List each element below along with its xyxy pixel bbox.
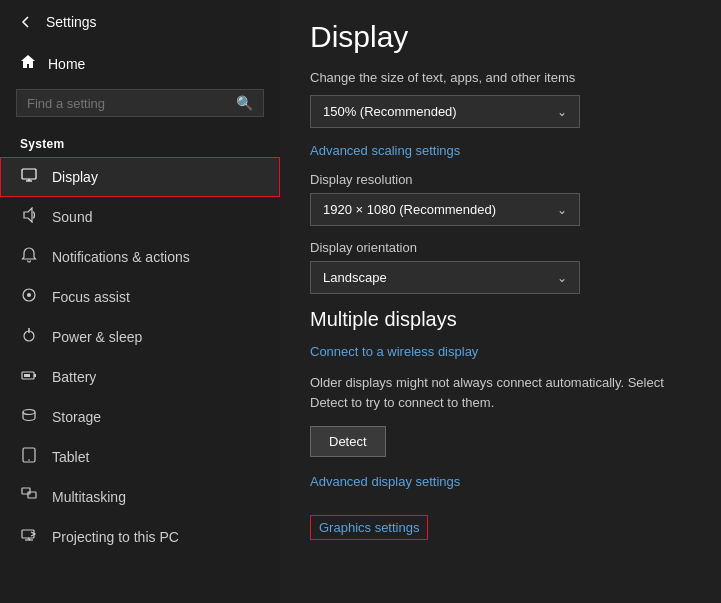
sidebar-item-multitasking-label: Multitasking [52, 489, 126, 505]
sidebar-item-projecting[interactable]: Projecting to this PC [0, 517, 280, 557]
sidebar-item-power[interactable]: Power & sleep [0, 317, 280, 357]
svg-point-5 [27, 293, 31, 297]
svg-point-13 [28, 459, 30, 461]
notifications-icon [20, 247, 38, 267]
sidebar-item-display-label: Display [52, 169, 98, 185]
svg-point-11 [23, 410, 35, 415]
tablet-icon [20, 447, 38, 467]
sidebar-item-storage[interactable]: Storage [0, 397, 280, 437]
chevron-down-icon-2: ⌄ [557, 203, 567, 217]
graphics-settings-link[interactable]: Graphics settings [310, 515, 428, 540]
focus-icon [20, 287, 38, 307]
sidebar-item-storage-label: Storage [52, 409, 101, 425]
sidebar-item-power-label: Power & sleep [52, 329, 142, 345]
main-content: Display Change the size of text, apps, a… [280, 0, 721, 603]
connect-wireless-link[interactable]: Connect to a wireless display [310, 344, 478, 359]
power-icon [20, 327, 38, 347]
orientation-dropdown-value: Landscape [323, 270, 387, 285]
system-section-label: System [0, 131, 280, 157]
scale-dropdown[interactable]: 150% (Recommended) ⌄ [310, 95, 580, 128]
advanced-scaling-link[interactable]: Advanced scaling settings [310, 143, 460, 158]
sound-icon [20, 207, 38, 227]
scale-dropdown-wrapper: 150% (Recommended) ⌄ [310, 95, 691, 128]
storage-icon [20, 407, 38, 427]
chevron-down-icon: ⌄ [557, 105, 567, 119]
orientation-label: Display orientation [310, 240, 691, 255]
search-box[interactable]: 🔍 [16, 89, 264, 117]
sidebar-header: Settings [0, 0, 280, 44]
sidebar: Settings Home 🔍 System Display Sound Not… [0, 0, 280, 603]
svg-marker-3 [24, 208, 32, 222]
resolution-dropdown[interactable]: 1920 × 1080 (Recommended) ⌄ [310, 193, 580, 226]
resolution-label: Display resolution [310, 172, 691, 187]
svg-rect-15 [28, 492, 36, 498]
svg-rect-14 [22, 488, 30, 494]
resolution-dropdown-value: 1920 × 1080 (Recommended) [323, 202, 496, 217]
sidebar-item-notifications-label: Notifications & actions [52, 249, 190, 265]
projecting-icon [20, 527, 38, 547]
multiple-displays-heading: Multiple displays [310, 308, 691, 331]
older-displays-text: Older displays might not always connect … [310, 373, 691, 412]
battery-icon [20, 367, 38, 387]
sidebar-item-battery-label: Battery [52, 369, 96, 385]
sidebar-item-multitasking[interactable]: Multitasking [0, 477, 280, 517]
sidebar-item-notifications[interactable]: Notifications & actions [0, 237, 280, 277]
page-title: Display [310, 20, 691, 54]
scale-dropdown-value: 150% (Recommended) [323, 104, 457, 119]
sidebar-item-sound[interactable]: Sound [0, 197, 280, 237]
detect-button[interactable]: Detect [310, 426, 386, 457]
sidebar-item-tablet[interactable]: Tablet [0, 437, 280, 477]
home-label: Home [48, 56, 85, 72]
sidebar-item-focus-label: Focus assist [52, 289, 130, 305]
advanced-display-link[interactable]: Advanced display settings [310, 474, 460, 489]
sidebar-item-tablet-label: Tablet [52, 449, 89, 465]
multitasking-icon [20, 487, 38, 507]
search-icon: 🔍 [236, 95, 253, 111]
svg-rect-10 [24, 374, 30, 377]
svg-rect-9 [34, 374, 36, 377]
sidebar-item-battery[interactable]: Battery [0, 357, 280, 397]
sidebar-item-display[interactable]: Display [0, 157, 280, 197]
back-button[interactable] [16, 12, 36, 32]
orientation-dropdown-wrapper: Display orientation Landscape ⌄ [310, 240, 691, 294]
sidebar-item-home[interactable]: Home [0, 44, 280, 83]
orientation-dropdown[interactable]: Landscape ⌄ [310, 261, 580, 294]
chevron-down-icon-3: ⌄ [557, 271, 567, 285]
sidebar-item-sound-label: Sound [52, 209, 92, 225]
scale-intro-text: Change the size of text, apps, and other… [310, 70, 691, 85]
sidebar-item-focus[interactable]: Focus assist [0, 277, 280, 317]
home-icon [20, 54, 36, 73]
search-input[interactable] [27, 96, 228, 111]
sidebar-item-projecting-label: Projecting to this PC [52, 529, 179, 545]
display-icon [20, 167, 38, 187]
sidebar-title: Settings [46, 14, 97, 30]
resolution-dropdown-wrapper: Display resolution 1920 × 1080 (Recommen… [310, 172, 691, 226]
svg-rect-16 [22, 530, 34, 538]
svg-rect-0 [22, 169, 36, 179]
